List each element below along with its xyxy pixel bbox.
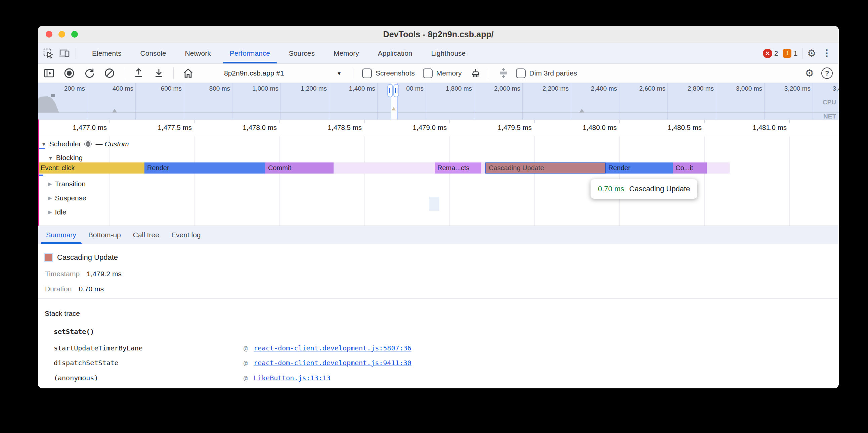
track-gridline [789, 136, 790, 226]
selection-left-handle[interactable] [387, 84, 393, 97]
tab-memory[interactable]: Memory [324, 43, 369, 63]
divider [802, 48, 803, 59]
tab-sources[interactable]: Sources [279, 43, 324, 63]
ruler-tick-label: 1,477.5 ms [135, 124, 192, 132]
tooltip-duration: 0.70 ms [598, 185, 624, 193]
screenshots-checkbox-group[interactable]: Screenshots [362, 68, 415, 78]
dim-3rd-parties-checkbox-group[interactable]: Dim 3rd parties [516, 68, 577, 78]
source-location-link[interactable]: react-dom-client.development.js:5807:36 [254, 344, 411, 352]
tab-lighthouse[interactable]: Lighthouse [422, 43, 475, 63]
tab-console[interactable]: Console [131, 43, 176, 63]
caret-right-icon[interactable]: ▶ [48, 195, 52, 201]
tab-application[interactable]: Application [369, 43, 422, 63]
summary-value: 0.70 ms [79, 285, 104, 293]
download-profile-icon[interactable] [153, 67, 164, 79]
track-gridline [365, 136, 365, 226]
garbage-collect-icon[interactable] [470, 67, 482, 79]
track-transition[interactable]: ▶Transition [48, 179, 86, 188]
screenshots-checkbox[interactable] [362, 68, 372, 78]
tab-network[interactable]: Network [176, 43, 220, 63]
collapse-tracks-icon[interactable] [498, 67, 509, 79]
detail-ruler[interactable]: 1,477.0 ms1,477.5 ms1,478.0 ms1,478.5 ms… [38, 120, 839, 136]
inspect-element-icon[interactable] [43, 48, 54, 59]
window-title: DevTools - 8p2n9n.csb.app/ [38, 26, 839, 43]
capture-settings-gear-icon[interactable]: ⚙ [805, 68, 814, 78]
details-tab-event-log[interactable]: Event log [165, 226, 207, 244]
cpu-activity-shape [51, 94, 55, 97]
track-gridline [279, 136, 280, 226]
flame-bar-rema-cts[interactable]: Rema...cts [435, 162, 482, 173]
stack-frame-function: dispatchSetState [54, 359, 119, 367]
reload-record-icon[interactable] [84, 67, 95, 79]
tab-performance[interactable]: Performance [220, 43, 279, 63]
flame-bar-render[interactable]: Render [606, 162, 673, 173]
selection-right-handle[interactable] [393, 84, 399, 97]
track-idle[interactable]: ▶Idle [48, 208, 66, 216]
caret-right-icon[interactable]: ▶ [48, 181, 52, 187]
flame-chart-area[interactable]: ▼ Scheduler — Custom ▼Blocking▶Transitio… [38, 136, 839, 226]
overview-tick-label: 2,400 ms [565, 85, 617, 92]
marker-triangle [112, 109, 117, 112]
source-location-link[interactable]: LikeButton.js:13:13 [254, 374, 331, 382]
tooltip-label: Cascading Update [629, 185, 690, 193]
track-label: Blocking [56, 154, 83, 162]
toolbar-right: ⚙ ? [805, 67, 833, 79]
target-select[interactable]: 8p2n9n.csb.app #1 ▼ [213, 69, 344, 77]
clear-icon[interactable] [104, 67, 115, 79]
titlebar: DevTools - 8p2n9n.csb.app/ [38, 26, 839, 43]
flame-bar-render[interactable]: Render [145, 162, 266, 173]
home-icon[interactable] [182, 67, 194, 79]
memory-checkbox-group[interactable]: Memory [423, 68, 462, 78]
dim-3rd-parties-checkbox[interactable] [516, 68, 526, 78]
overview-baseline [38, 112, 839, 113]
warning-count: 1 [794, 49, 798, 57]
dim-3rd-parties-label: Dim 3rd parties [529, 69, 577, 77]
track-gridline [110, 136, 110, 226]
track-blocking[interactable]: ▼Blocking [48, 154, 83, 162]
help-icon[interactable]: ? [821, 67, 833, 79]
caret-right-icon[interactable]: ▶ [48, 209, 52, 215]
overview-tick-label: 2,000 ms [468, 85, 520, 92]
upload-profile-icon[interactable] [133, 67, 145, 79]
source-location-link[interactable]: react-dom-client.development.js:9411:30 [254, 359, 411, 367]
track-scheduler[interactable]: ▼ Scheduler — Custom [41, 140, 129, 148]
device-toolbar-icon[interactable] [59, 48, 70, 59]
divider [124, 67, 124, 79]
more-options-icon[interactable]: ⋮ [821, 49, 833, 58]
overview-tick-label: 1,200 ms [275, 85, 327, 92]
record-button[interactable] [63, 67, 75, 79]
ruler-tick [450, 120, 450, 123]
summary-row-duration: Duration0.70 ms [45, 285, 104, 293]
details-tab-call-tree[interactable]: Call tree [127, 226, 165, 244]
flame-bar-cascading-update[interactable]: Cascading Update [486, 162, 606, 173]
tabstrip-right: 2 ! 1 ⚙ ⋮ [763, 48, 833, 59]
warning-badge[interactable]: ! 1 [783, 49, 798, 58]
legend-label: Cascading Update [57, 253, 118, 262]
flame-bar-event-click[interactable]: Event: click [38, 162, 145, 173]
timeline-overview[interactable]: 200 ms400 ms600 ms800 ms1,000 ms1,200 ms… [38, 83, 839, 120]
caret-down-icon[interactable]: ▼ [41, 141, 46, 147]
stack-trace-title: Stack trace [45, 309, 80, 318]
details-tab-bottom-up[interactable]: Bottom-up [82, 226, 127, 244]
overview-tick-label: 1,400 ms [323, 85, 375, 92]
devtools-window: DevTools - 8p2n9n.csb.app/ ElementsConso… [38, 26, 839, 388]
caret-down-icon[interactable]: ▼ [48, 155, 53, 161]
settings-gear-icon[interactable]: ⚙ [807, 48, 816, 58]
performance-toolbar: 8p2n9n.csb.app #1 ▼ Screenshots Memory [38, 64, 839, 83]
ruler-tick-label: 1,480.5 ms [645, 124, 702, 132]
issue-icon: ! [783, 49, 792, 58]
flame-bar-commit[interactable]: Commit [266, 162, 334, 173]
details-tab-summary[interactable]: Summary [40, 226, 82, 244]
toggle-sidebar-icon[interactable] [43, 67, 55, 79]
overview-tick-label: 200 ms [38, 85, 85, 92]
memory-checkbox[interactable] [423, 68, 433, 78]
error-count: 2 [774, 49, 778, 57]
flame-bar-co-it[interactable]: Co...it [673, 162, 707, 173]
track-suspense[interactable]: ▶Suspense [48, 194, 86, 202]
flame-bar-filler[interactable] [482, 162, 486, 173]
flame-bar-filler[interactable] [334, 162, 435, 173]
ruler-tick-label: 1,479.5 ms [475, 124, 532, 132]
flame-bar-filler[interactable] [707, 162, 730, 173]
error-badge[interactable]: 2 [763, 49, 778, 58]
tab-elements[interactable]: Elements [83, 43, 131, 63]
